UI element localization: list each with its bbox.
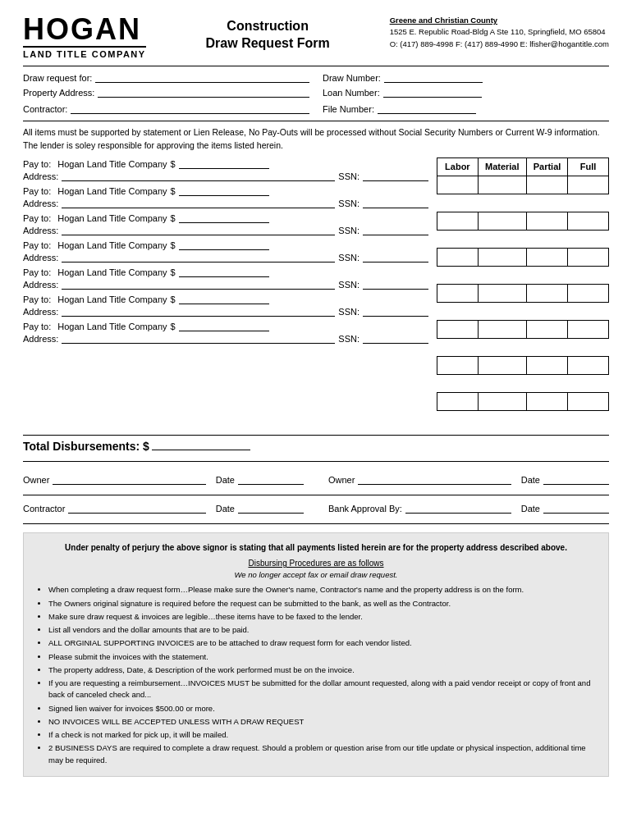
cell-6-material[interactable] [478, 356, 526, 374]
cell-2-labor[interactable] [437, 212, 479, 230]
ssn-input-4[interactable] [363, 251, 428, 262]
address-input-1[interactable] [62, 170, 335, 181]
contractor-group: Contractor: [23, 103, 309, 114]
sig-date-4-input[interactable] [543, 502, 609, 514]
bullet-9: Signed lien waiver for invoices $500.00 … [48, 703, 597, 714]
pay-amount-5[interactable] [179, 266, 269, 277]
file-number-label: File Number: [323, 104, 374, 114]
pay-amount-7[interactable] [179, 320, 269, 331]
pay-row-5: Pay to: Hogan Land Title Company $ Addre… [23, 266, 428, 290]
cell-3-full[interactable] [568, 248, 609, 266]
sig-row-1: Owner Date Owner Date [23, 473, 609, 485]
total-input[interactable] [152, 439, 250, 450]
sig-contractor-input[interactable] [68, 502, 205, 514]
procedures-title: Disbursing Procedures are as follows [35, 557, 597, 569]
contractor-input[interactable] [71, 103, 309, 114]
pay-amount-6[interactable] [179, 293, 269, 304]
loan-number-group: Loan Number: [323, 86, 609, 98]
footer-box: Under penalty of perjury the above signo… [23, 532, 609, 777]
sig-divider-1 [23, 495, 609, 495]
table-row-4 [437, 284, 609, 302]
pay-amount-2[interactable] [179, 185, 269, 196]
pay-amount-3[interactable] [179, 212, 269, 223]
property-address-input[interactable] [98, 86, 309, 98]
table-row-4b [437, 302, 609, 320]
sig-date-1-label: Date [216, 475, 235, 485]
loan-number-input[interactable] [383, 86, 482, 98]
sig-bank-label: Bank Approval By: [328, 504, 402, 514]
right-table: Labor Material Partial Full [437, 158, 609, 429]
draw-request-for-input[interactable] [95, 71, 309, 83]
penalty-text: Under penalty of perjury the above signo… [35, 541, 597, 554]
logo-hogan: HOGAN [23, 15, 141, 44]
cell-1-material[interactable] [478, 176, 526, 194]
property-address-label: Property Address: [23, 88, 94, 98]
cell-3-labor[interactable] [437, 248, 479, 266]
ssn-input-7[interactable] [363, 332, 428, 344]
cell-1-partial[interactable] [526, 176, 567, 194]
file-number-input[interactable] [378, 103, 476, 114]
pay-amount-1[interactable] [179, 158, 269, 169]
ssn-input-1[interactable] [363, 170, 428, 181]
sig-date-2-input[interactable] [543, 473, 609, 485]
cell-1-full[interactable] [568, 176, 609, 194]
bullet-3: Make sure draw request & invoices are le… [48, 611, 597, 623]
cell-6-partial[interactable] [526, 356, 567, 374]
draw-request-for-label: Draw request for: [23, 73, 92, 83]
bullet-10: NO INVOICES WILL BE ACCEPTED UNLESS WITH… [48, 716, 597, 728]
sig-owner-1-input[interactable] [53, 473, 205, 485]
notice-text: All items must be supported by statement… [23, 126, 609, 153]
cell-7-partial[interactable] [526, 392, 567, 410]
cell-2-material[interactable] [478, 212, 526, 230]
contact-block: Greene and Christian County 1525 E. Repu… [390, 15, 609, 50]
loan-number-label: Loan Number: [323, 88, 380, 98]
cell-4-labor[interactable] [437, 284, 479, 302]
sig-date-3-input[interactable] [238, 502, 304, 514]
sig-owner-2-input[interactable] [358, 473, 511, 485]
sig-bank-input[interactable] [405, 502, 511, 514]
cell-3-material[interactable] [478, 248, 526, 266]
contact-company-name: Greene and Christian County [390, 15, 609, 26]
cell-4-partial[interactable] [526, 284, 567, 302]
cell-4-full[interactable] [568, 284, 609, 302]
pay-amount-4[interactable] [179, 239, 269, 250]
cell-5-full[interactable] [568, 320, 609, 338]
cell-3-partial[interactable] [526, 248, 567, 266]
table-row-2 [437, 212, 609, 230]
cell-2-partial[interactable] [526, 212, 567, 230]
signature-section: Owner Date Owner Date Contractor Date [23, 473, 609, 524]
ssn-input-3[interactable] [363, 224, 428, 235]
cell-4-material[interactable] [478, 284, 526, 302]
cell-6-full[interactable] [568, 356, 609, 374]
address-input-7[interactable] [62, 332, 335, 344]
sig-owner-2-group: Owner Date [328, 473, 609, 485]
cell-2-full[interactable] [568, 212, 609, 230]
sig-contractor-label: Contractor [23, 504, 65, 514]
address-input-6[interactable] [62, 305, 335, 317]
cell-6-labor[interactable] [437, 356, 479, 374]
address-input-2[interactable] [62, 197, 335, 208]
address-input-4[interactable] [62, 251, 335, 262]
cell-5-material[interactable] [478, 320, 526, 338]
sig-date-2-label: Date [521, 475, 540, 485]
address-input-5[interactable] [62, 278, 335, 290]
table-row-7 [437, 392, 609, 410]
draw-number-input[interactable] [384, 71, 483, 83]
ssn-input-2[interactable] [363, 197, 428, 208]
table-row-7b [437, 410, 609, 428]
cell-7-labor[interactable] [437, 392, 479, 410]
cell-5-labor[interactable] [437, 320, 479, 338]
cell-1-labor[interactable] [437, 176, 479, 194]
pay-row-2: Pay to: Hogan Land Title Company $ Addre… [23, 185, 428, 208]
pay-to-label-2: Pay to: [23, 186, 51, 196]
table-row-5 [437, 320, 609, 338]
ssn-input-5[interactable] [363, 278, 428, 290]
cell-7-material[interactable] [478, 392, 526, 410]
sig-date-1-input[interactable] [238, 473, 304, 485]
cell-5-partial[interactable] [526, 320, 567, 338]
table-row-1b [437, 194, 609, 212]
total-label: Total Disbursements: $ [23, 440, 149, 453]
cell-7-full[interactable] [568, 392, 609, 410]
ssn-input-6[interactable] [363, 305, 428, 317]
address-input-3[interactable] [62, 224, 335, 235]
